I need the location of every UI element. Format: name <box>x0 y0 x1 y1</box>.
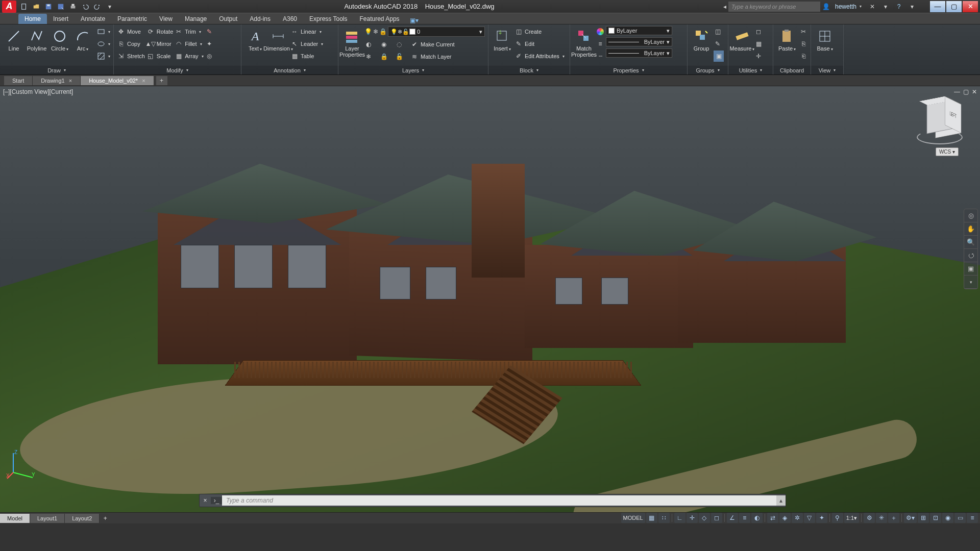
table-button[interactable]: ▦Table <box>290 51 323 62</box>
saveas-icon[interactable] <box>55 1 66 12</box>
help-dropdown-icon[interactable]: ▾ <box>906 1 918 12</box>
edit-button[interactable]: ✎Edit <box>514 38 565 49</box>
anno-scale-value[interactable]: 1:1 ▾ <box>844 513 859 523</box>
tab-insert[interactable]: Insert <box>47 14 75 24</box>
polyline-button[interactable]: Polyline <box>26 26 47 52</box>
laylck-button[interactable]: 🔒 <box>380 51 388 62</box>
linear-button[interactable]: ↔Linear▾ <box>290 26 323 37</box>
viewcube[interactable]: BACK LEFT <box>920 102 960 141</box>
trim-button[interactable]: ✂Trim▾ <box>175 26 203 37</box>
offset-button[interactable]: ◎ <box>205 51 213 62</box>
help-icon[interactable]: ? <box>893 1 904 12</box>
tab-output[interactable]: Output <box>213 14 243 24</box>
scale-button[interactable]: ◱Scale <box>146 51 173 62</box>
annoscale-icon[interactable]: ⚲ <box>832 513 843 523</box>
stretch-button[interactable]: ⇲Stretch <box>117 51 145 62</box>
rectangle-button[interactable]: ▾ <box>97 26 110 37</box>
filter-icon[interactable]: ▽ <box>804 513 815 523</box>
customize-icon[interactable]: ≡ <box>967 513 978 523</box>
layer-freeze-icon[interactable]: ❄ <box>373 26 378 37</box>
open-icon[interactable] <box>31 1 42 12</box>
group-select-button[interactable]: ▣ <box>714 51 724 62</box>
dynucs-icon[interactable]: ✲ <box>792 513 803 523</box>
pan-icon[interactable]: ✋ <box>964 222 977 236</box>
tab-model[interactable]: Model <box>0 514 30 523</box>
copy-base-button[interactable]: ⎗ <box>799 51 807 62</box>
copy-button[interactable]: ⎘Copy <box>117 38 145 49</box>
tab-layout2[interactable]: Layout2 <box>65 514 100 523</box>
add-scale-icon[interactable]: ＋ <box>888 513 899 523</box>
orbit-icon[interactable]: ⭯ <box>964 249 977 262</box>
rotate-button[interactable]: ⟳Rotate <box>146 26 173 37</box>
gear-icon[interactable]: ⚙ <box>864 513 875 523</box>
command-input[interactable]: Type a command <box>222 495 776 506</box>
lwt-icon[interactable]: ≡ <box>739 513 750 523</box>
linetype-combo[interactable]: ByLayer▾ <box>606 48 672 58</box>
group-button[interactable]: Group <box>691 26 712 52</box>
match-properties-button[interactable]: Match Properties <box>573 26 595 58</box>
copy-clip-button[interactable]: ⎘ <box>799 38 807 49</box>
qat-dropdown-icon[interactable]: ▾ <box>104 1 115 12</box>
layer-off-icon[interactable]: 💡 <box>364 26 372 37</box>
maximize-button[interactable]: ▢ <box>946 1 962 12</box>
create-button[interactable]: ◫Create <box>514 26 565 37</box>
layulk-button[interactable]: 🔓 <box>395 51 403 62</box>
cut-button[interactable]: ✂ <box>799 26 807 37</box>
leader-button[interactable]: ↖Leader▾ <box>290 38 323 49</box>
signin-icon[interactable]: 👤 <box>822 3 830 10</box>
app-logo[interactable]: A <box>2 1 16 13</box>
tab-view[interactable]: View <box>153 14 179 24</box>
array-button[interactable]: ▦Array▾ <box>175 51 203 62</box>
tab-layout1[interactable]: Layout1 <box>30 514 65 523</box>
layer-combo[interactable]: 💡❄🔓 0▾ <box>388 27 485 37</box>
circle-button[interactable]: Circle▾ <box>49 26 70 52</box>
tab-express[interactable]: Express Tools <box>303 14 353 24</box>
search-input[interactable]: Type a keyword or phrase <box>728 2 820 12</box>
layer-properties-button[interactable]: Layer Properties <box>341 26 363 58</box>
tab-focus-icon[interactable]: ▣▾ <box>410 17 419 24</box>
save-icon[interactable] <box>43 1 54 12</box>
cmdline-close-icon[interactable]: × <box>200 497 211 504</box>
new-tab-button[interactable]: + <box>156 76 167 85</box>
tab-manage[interactable]: Manage <box>179 14 213 24</box>
edit-attributes-button[interactable]: ✐Edit Attributes▾ <box>514 51 565 62</box>
wcs-badge[interactable]: WCS ▾ <box>936 147 959 156</box>
steering-wheel-icon[interactable]: ◎ <box>964 209 977 222</box>
minimize-button[interactable]: — <box>930 1 945 12</box>
move-button[interactable]: ✥Move <box>117 26 145 37</box>
ungroup-button[interactable]: ◫ <box>714 26 724 37</box>
annotation-visibility-icon[interactable]: ✳ <box>876 513 887 523</box>
command-line[interactable]: × ›_ Type a command ▴ <box>199 494 786 507</box>
status-model[interactable]: MODEL <box>621 513 645 523</box>
viewport[interactable]: [–][Custom View][Current] — ▢ ✕ BACK LEF… <box>0 86 980 523</box>
polar-icon[interactable]: ✛ <box>687 513 698 523</box>
workspace-icon[interactable]: ⚙▾ <box>904 513 917 523</box>
tab-house-model[interactable]: House_Model_v02*× <box>81 76 154 85</box>
snap-icon[interactable]: ∷ <box>658 513 670 523</box>
ellipse-button[interactable]: ▾ <box>97 38 110 49</box>
dimension-button[interactable]: Dimension▾ <box>267 26 289 52</box>
hatch-button[interactable]: ▾ <box>97 51 110 62</box>
tab-drawing1[interactable]: Drawing1× <box>33 76 81 85</box>
select-all-button[interactable]: ◻ <box>754 26 763 37</box>
cmdline-toggle-icon[interactable]: ›_ <box>211 497 222 504</box>
close-icon[interactable]: × <box>142 78 145 84</box>
measure-button[interactable]: Measure▾ <box>731 26 753 52</box>
showmotion-icon[interactable]: ▣ <box>964 262 977 276</box>
group-edit-button[interactable]: ✎ <box>714 38 724 49</box>
arc-button[interactable]: Arc▾ <box>72 26 93 52</box>
tab-a360[interactable]: A360 <box>277 14 303 24</box>
tab-addins[interactable]: Add-ins <box>243 14 277 24</box>
close-icon[interactable]: × <box>69 78 72 84</box>
erase-button[interactable]: ✎ <box>205 26 213 37</box>
text-button[interactable]: AText▾ <box>244 26 266 52</box>
layfrz-button[interactable]: ❄ <box>364 51 373 62</box>
point-button[interactable]: ✛ <box>754 51 763 62</box>
quickcalc-button[interactable]: ▦ <box>754 38 763 49</box>
3dosnap-icon[interactable]: ◈ <box>779 513 791 523</box>
paste-button[interactable]: Paste▾ <box>776 26 798 52</box>
color-button[interactable] <box>596 26 604 37</box>
tab-featured[interactable]: Featured Apps <box>354 14 406 24</box>
nav-expand-icon[interactable]: ▾ <box>964 276 977 289</box>
mirror-button[interactable]: ▲▽Mirror <box>146 38 173 49</box>
